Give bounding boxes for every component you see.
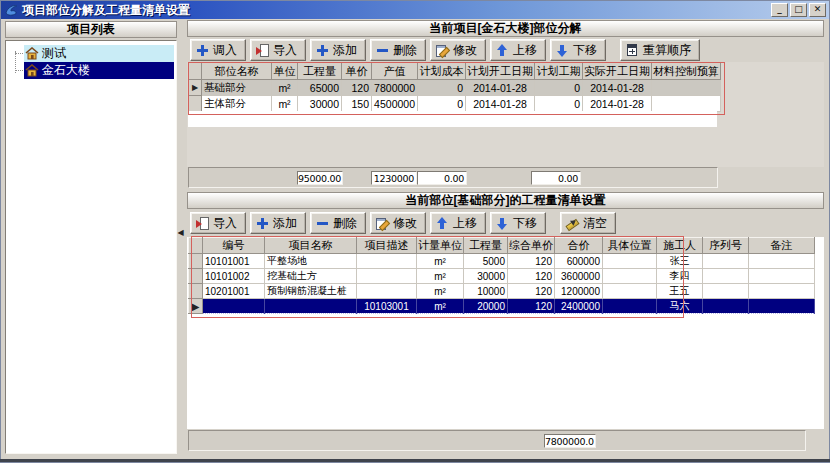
grid-cell[interactable]: m² xyxy=(417,284,464,299)
grid-cell[interactable]: 120 xyxy=(508,254,555,269)
grid-cell[interactable]: 1200000 xyxy=(555,284,603,299)
column-header[interactable]: 合价 xyxy=(555,238,603,254)
column-header[interactable]: 实际开工日期 xyxy=(583,63,652,80)
table-row[interactable]: 10101002挖基础土方m²300001203600000李四 xyxy=(189,269,815,284)
add-button[interactable]: 添加 xyxy=(250,212,306,234)
grid-cell[interactable]: 120 xyxy=(342,80,372,96)
grid-cell[interactable]: 0 xyxy=(418,80,466,96)
grid-cell[interactable]: 120 xyxy=(508,299,555,314)
grid-cell[interactable] xyxy=(603,299,657,314)
grid-cell[interactable]: m² xyxy=(272,96,298,112)
grid-cell[interactable]: 20000 xyxy=(464,299,508,314)
column-header[interactable]: 计划成本 xyxy=(418,63,466,80)
grid-cell[interactable]: 2014-01-28 xyxy=(466,80,535,96)
delete-button[interactable]: 删除 xyxy=(310,212,366,234)
grid-cell[interactable]: 平整场地 xyxy=(265,254,357,269)
modify-button[interactable]: 修改 xyxy=(370,212,426,234)
grid-cell[interactable]: m² xyxy=(272,80,298,96)
grid-cell[interactable]: 2014-01-28 xyxy=(583,80,652,96)
move-down-button[interactable]: 下移 xyxy=(490,212,546,234)
grid-cell[interactable] xyxy=(749,299,815,314)
grid-cell[interactable]: 10000 xyxy=(464,284,508,299)
grid-cell[interactable]: 65000 xyxy=(298,80,342,96)
column-header[interactable]: 工程量 xyxy=(464,238,508,254)
maximize-button[interactable]: □ xyxy=(790,3,807,17)
grid-cell[interactable]: 2014-01-28 xyxy=(466,96,535,112)
grid-cell[interactable]: 7800000 xyxy=(372,80,418,96)
grid-cell[interactable]: 0 xyxy=(535,96,583,112)
grid-cell[interactable] xyxy=(703,284,749,299)
grid-cell[interactable]: 30000 xyxy=(464,269,508,284)
grid-cell[interactable]: 0 xyxy=(418,96,466,112)
column-header[interactable]: 项目描述 xyxy=(357,238,417,254)
column-header[interactable]: 综合单价 xyxy=(508,238,555,254)
delete-button[interactable]: 删除 xyxy=(370,39,426,61)
grid-cell[interactable] xyxy=(749,284,815,299)
grid-cell[interactable]: 2400000 xyxy=(555,299,603,314)
column-header[interactable]: 项目名称 xyxy=(265,238,357,254)
grid-cell[interactable]: 30000 xyxy=(298,96,342,112)
column-header[interactable]: 产值 xyxy=(372,63,418,80)
column-header[interactable]: 材料控制预算 xyxy=(652,63,721,80)
grid-cell[interactable] xyxy=(703,254,749,269)
column-header[interactable]: 计划开工日期 xyxy=(466,63,535,80)
grid-cell[interactable]: 3600000 xyxy=(555,269,603,284)
grid-cell[interactable]: 王五 xyxy=(657,284,703,299)
column-header[interactable]: 施工人 xyxy=(657,238,703,254)
column-header[interactable]: 单位 xyxy=(272,63,298,80)
column-header[interactable]: 工程量 xyxy=(298,63,342,80)
tree-item-test[interactable]: 测试 xyxy=(24,45,174,62)
grid-cell[interactable]: 10103001 xyxy=(357,299,417,314)
grid-cell[interactable] xyxy=(603,284,657,299)
grid-cell[interactable]: 挖基础土方 xyxy=(265,269,357,284)
grid-cell[interactable] xyxy=(357,254,417,269)
splitter-collapse-arrow[interactable]: ◀ xyxy=(176,225,185,241)
grid-cell[interactable]: 主体部分 xyxy=(202,96,272,112)
table-row[interactable]: ▶10103001m²200001202400000马六 xyxy=(189,299,815,314)
grid-cell[interactable]: 4500000 xyxy=(372,96,418,112)
import-button[interactable]: 导入 xyxy=(250,39,306,61)
clear-button[interactable]: 清空 xyxy=(560,212,616,234)
column-header[interactable]: 计划工期 xyxy=(535,63,583,80)
table-row[interactable]: 10101001平整场地m²5000120600000张三 xyxy=(189,254,815,269)
table-row[interactable]: ▶基础部分m²65000120780000002014-01-2802014-0… xyxy=(189,80,721,96)
grid-cell[interactable]: 张三 xyxy=(657,254,703,269)
column-header[interactable]: 备注 xyxy=(749,238,815,254)
grid-cell[interactable]: m² xyxy=(417,269,464,284)
grid-cell[interactable]: 10101002 xyxy=(203,269,265,284)
grid-cell[interactable]: 马六 xyxy=(657,299,703,314)
table-row[interactable]: 主体部分m²30000150450000002014-01-2802014-01… xyxy=(189,96,721,112)
grid-cell[interactable] xyxy=(357,269,417,284)
grid-cell[interactable] xyxy=(703,299,749,314)
grid-cell[interactable] xyxy=(603,254,657,269)
column-header[interactable]: 部位名称 xyxy=(202,63,272,80)
grid-cell[interactable]: m² xyxy=(417,299,464,314)
grid-cell[interactable]: 120 xyxy=(508,269,555,284)
grid-cell[interactable]: 预制钢筋混凝土桩 xyxy=(265,284,357,299)
grid-cell[interactable]: 10101001 xyxy=(203,254,265,269)
grid-cell[interactable] xyxy=(652,96,721,112)
move-up-button[interactable]: 上移 xyxy=(430,212,486,234)
column-header[interactable]: 单价 xyxy=(342,63,372,80)
grid-cell[interactable]: 2014-01-28 xyxy=(583,96,652,112)
column-header[interactable]: 计量单位 xyxy=(417,238,464,254)
grid-cell[interactable]: 120 xyxy=(508,284,555,299)
grid-cell[interactable] xyxy=(603,269,657,284)
grid-cell[interactable] xyxy=(357,284,417,299)
tree-item-jinshi-building[interactable]: 金石大楼 xyxy=(24,62,174,79)
grid-cell[interactable]: 600000 xyxy=(555,254,603,269)
column-header[interactable]: 具体位置 xyxy=(603,238,657,254)
grid-cell[interactable]: 5000 xyxy=(464,254,508,269)
grid-cell[interactable] xyxy=(749,254,815,269)
close-button[interactable]: ✕ xyxy=(809,3,826,17)
import-button[interactable]: 导入 xyxy=(190,212,246,234)
move-down-button[interactable]: 下移 xyxy=(550,39,606,61)
column-header[interactable]: 序列号 xyxy=(703,238,749,254)
grid-cell[interactable] xyxy=(703,269,749,284)
modify-button[interactable]: 修改 xyxy=(430,39,486,61)
grid-cell[interactable] xyxy=(203,299,265,314)
grid-cell[interactable]: 0 xyxy=(535,80,583,96)
grid-cell[interactable]: 李四 xyxy=(657,269,703,284)
grid-cell[interactable]: 10201001 xyxy=(203,284,265,299)
add-button[interactable]: 添加 xyxy=(310,39,366,61)
